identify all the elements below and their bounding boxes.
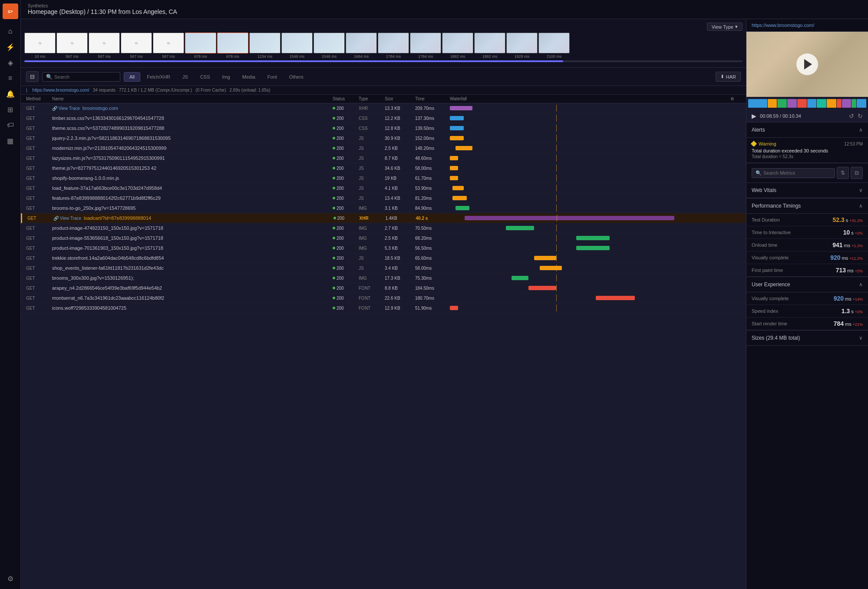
sidebar-item-settings[interactable]: ⚙ [3,572,17,586]
view-type-label: View Type [712,24,733,30]
filmstrip-image[interactable] [410,33,441,53]
filmstrip-frame[interactable]: 678 ms [217,33,248,59]
rewind-icon[interactable]: ↺ [849,113,854,119]
alert-type: Warning [752,141,776,146]
sizes-header[interactable]: Sizes (29.4 MB total) ∨ [746,331,868,346]
sidebar-item-tag[interactable]: 🏷 [3,118,17,132]
filter-metrics-button[interactable]: ⊟ [851,167,863,179]
sidebar-item-alerts[interactable]: 🔔 [3,87,17,101]
search-input[interactable] [54,74,106,79]
splunk-logo[interactable]: s> [3,3,18,19]
row-method: GET [26,126,52,131]
metric-row-ux-visually-complete: Visually complete 920ms +14% [746,292,868,305]
filmstrip-frame[interactable]: G 10 ms [24,33,56,59]
filmstrip-image[interactable]: G [121,33,152,53]
filter-tab-all[interactable]: All [124,72,140,82]
alerts-header[interactable]: Alerts ∧ [746,122,868,138]
filter-tab-media[interactable]: Media [237,72,261,82]
filmstrip-frame[interactable]: G 567 ms [56,33,88,59]
filmstrip-image[interactable] [506,33,538,53]
sort-button[interactable]: ⇅ [837,167,849,179]
filter-tab-font[interactable]: Font [262,72,283,82]
play-control-icon[interactable]: ▶ [752,113,756,119]
view-type-button[interactable]: View Type ▾ [707,23,743,31]
filmstrip-image[interactable] [217,33,248,53]
filmstrip-frame[interactable]: 1784 ms [378,33,409,59]
filmstrip-image[interactable] [346,33,377,53]
filmstrip-frame[interactable]: 1234 ms [249,33,281,59]
filmstrip-image[interactable]: G [89,33,120,53]
row-name: 🔗 View Trace broomstogo.com [52,106,333,111]
filter-tab-fetch[interactable]: Fetch/XHR [141,72,176,82]
filmstrip-time: 1234 ms [257,54,273,59]
sidebar-item-data[interactable]: ▦ [3,134,17,148]
web-vitals-header[interactable]: Web Vitals ∨ [746,183,868,198]
sidebar-item-home[interactable]: ⌂ [3,24,17,38]
filmstrip-frame[interactable]: 678 ms [185,33,216,59]
row-size: 22.6 KB [385,296,415,301]
filmstrip-frame[interactable]: 2100 ms [538,33,570,59]
metric-name: Time to Interactive [752,230,791,235]
view-trace-link[interactable]: 🔗 View Trace [52,106,80,111]
filmstrip-image[interactable] [474,33,505,53]
filmstrip-image[interactable]: G [56,33,88,53]
metric-change: +14% [853,297,863,301]
filmstrip-progress[interactable] [24,60,743,62]
filmstrip-image[interactable] [185,33,216,53]
filmstrip-image[interactable] [249,33,281,53]
row-method: GET [26,116,52,121]
filmstrip-frame[interactable]: G 567 ms [121,33,152,59]
filter-tab-css[interactable]: CSS [195,72,216,82]
row-waterfall [450,155,730,162]
filmstrip-time: 678 ms [194,54,207,59]
metrics-search-input[interactable] [763,170,831,175]
filmstrip-frame[interactable]: 1548 ms [281,33,313,59]
metric-name: Speed index [752,308,778,314]
row-waterfall [450,125,730,132]
preview-url: https://www.broomstogo.com/ [746,19,868,32]
filmstrip-frame[interactable]: G 567 ms [89,33,120,59]
view-trace-link[interactable]: 🔗 View Trace [53,216,81,221]
filmstrip-image[interactable]: G [24,33,56,53]
row-name: jquery-2.2.3.min.js?v=582118631469071868… [52,136,333,141]
filmstrip-frame[interactable]: 1684 ms [346,33,377,59]
row-size: 8.7 KB [385,156,415,161]
ux-header[interactable]: User Experience ∧ [746,277,868,292]
filmstrip-image[interactable] [442,33,473,53]
filmstrip-image[interactable] [538,33,570,53]
row-name: trekkie.storefront.14a2a604dac04b548cd8c… [52,255,333,261]
filter-tab-js[interactable]: JS [177,72,194,82]
row-status: 200 [333,166,359,171]
filmstrip-frame[interactable]: 1784 ms [410,33,441,59]
row-time: 139.50ms [415,126,450,131]
metric-name: Test Duration [752,217,780,222]
row-type: CSS [359,116,385,121]
sidebar-item-grid[interactable]: ⊞ [3,103,17,116]
filmstrip-time: 1784 ms [418,54,433,59]
filmstrip-image[interactable] [281,33,313,53]
ux-chevron: ∧ [859,281,863,288]
har-button[interactable]: ⬇ HAR [716,72,741,82]
filmstrip-frame[interactable]: G 567 ms [153,33,184,59]
filter-tab-img[interactable]: Img [217,72,236,82]
filmstrip-image[interactable] [314,33,345,53]
filmstrip-frame[interactable]: 1548 ms [314,33,345,59]
sidebar-item-activity[interactable]: ⚡ [3,40,17,54]
play-button[interactable] [796,53,818,75]
col-settings[interactable]: ⚙ [730,96,741,101]
header-subtitle: Synthetics [28,3,861,8]
filmstrip-frame[interactable]: 1882 ms [442,33,473,59]
filmstrip-frame[interactable]: 1882 ms [474,33,505,59]
perf-timings-header[interactable]: Performance Timings ∧ [746,199,868,214]
row-time: 65.60ms [415,256,450,261]
filmstrip-image[interactable] [378,33,409,53]
sidebar-item-list[interactable]: ≡ [3,71,17,85]
sidebar-item-topology[interactable]: ◈ [3,56,17,69]
filmstrip-frame[interactable]: 1929 ms [506,33,538,59]
row-name: icons.woff?2985333904581004725 [52,305,333,311]
forward-icon[interactable]: ↻ [858,113,863,119]
filter-button[interactable]: ⊟ [26,71,39,82]
filter-tab-others[interactable]: Others [284,72,309,82]
filmstrip-image[interactable]: G [153,33,184,53]
row-waterfall [450,235,730,242]
